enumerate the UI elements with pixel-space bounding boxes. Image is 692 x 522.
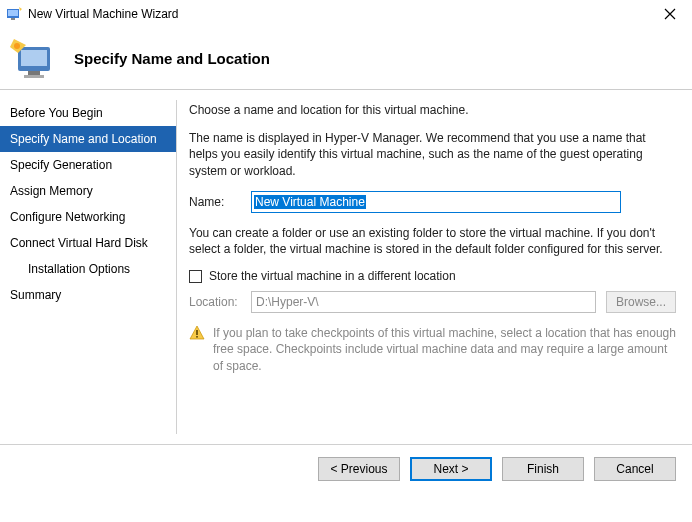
wizard-step[interactable]: Assign Memory [0,178,176,204]
wizard-step[interactable]: Configure Networking [0,204,176,230]
warning-text: If you plan to take checkpoints of this … [213,325,676,374]
svg-rect-5 [21,50,47,66]
name-help-text: The name is displayed in Hyper-V Manager… [189,130,676,179]
page-title: Specify Name and Location [74,50,270,67]
app-icon [6,6,22,22]
svg-rect-2 [11,18,15,20]
browse-button: Browse... [606,291,676,313]
wizard-header: Specify Name and Location [0,28,692,90]
svg-rect-6 [28,71,40,75]
window-title: New Virtual Machine Wizard [28,7,648,21]
svg-rect-7 [24,75,44,78]
wizard-step[interactable]: Summary [0,282,176,308]
wizard-footer: < Previous Next > Finish Cancel [0,445,692,493]
svg-rect-1 [8,10,18,16]
wizard-steps-sidebar: Before You BeginSpecify Name and Locatio… [0,90,176,444]
wizard-content: Choose a name and location for this virt… [177,90,692,444]
svg-point-9 [14,43,20,49]
svg-rect-11 [196,330,198,335]
store-location-label: Store the virtual machine in a different… [209,269,456,283]
svg-rect-12 [196,336,198,338]
svg-marker-3 [19,7,22,11]
close-button[interactable] [648,0,692,28]
folder-help-text: You can create a folder or use an existi… [189,225,676,257]
warning-icon [189,325,205,341]
wizard-step[interactable]: Installation Options [0,256,176,282]
intro-text: Choose a name and location for this virt… [189,102,676,118]
name-input-value: New Virtual Machine [254,195,366,209]
location-input: D:\Hyper-V\ [251,291,596,313]
previous-button[interactable]: < Previous [318,457,400,481]
title-bar: New Virtual Machine Wizard [0,0,692,28]
finish-button[interactable]: Finish [502,457,584,481]
warning-note: If you plan to take checkpoints of this … [189,325,676,374]
next-button[interactable]: Next > [410,457,492,481]
wizard-step[interactable]: Before You Begin [0,100,176,126]
name-label: Name: [189,195,251,209]
wizard-step[interactable]: Specify Name and Location [0,126,176,152]
vm-banner-icon [8,35,56,83]
wizard-step[interactable]: Connect Virtual Hard Disk [0,230,176,256]
cancel-button[interactable]: Cancel [594,457,676,481]
wizard-step[interactable]: Specify Generation [0,152,176,178]
store-location-checkbox[interactable] [189,270,202,283]
name-input[interactable]: New Virtual Machine [251,191,621,213]
location-label: Location: [189,295,251,309]
